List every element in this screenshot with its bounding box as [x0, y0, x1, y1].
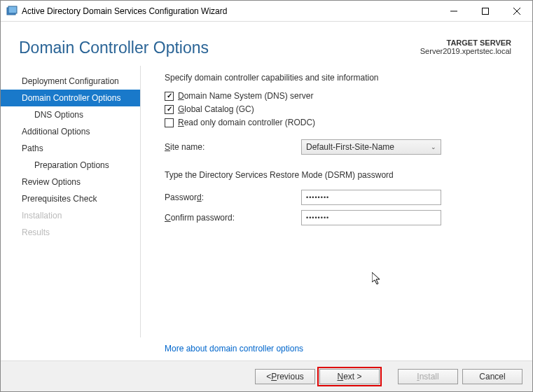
gc-checkbox[interactable] [165, 105, 174, 114]
password-row: Password: •••••••• [165, 190, 518, 205]
window-controls [438, 1, 532, 21]
target-server-value: Server2019.xpertstec.local [420, 47, 511, 55]
sidebar-item-preparation-options[interactable]: Preparation Options [1, 157, 140, 174]
dsrm-heading: Type the Directory Services Restore Mode… [165, 170, 518, 180]
title-bar: Active Directory Domain Services Configu… [1, 1, 532, 22]
sidebar-item-dns-options[interactable]: DNS Options [1, 106, 140, 123]
password-label: Password: [165, 192, 301, 202]
confirm-password-label: Confirm password: [165, 213, 301, 223]
sidebar-item-paths[interactable]: Paths [1, 140, 140, 157]
svg-rect-1 [8, 6, 17, 13]
sidebar-item-review-options[interactable]: Review Options [1, 174, 140, 190]
rodc-checkbox-label: Read only domain controller (RODC) [178, 118, 315, 127]
site-name-label: Site name: [165, 142, 301, 152]
sidebar-item-prerequisites-check[interactable]: Prerequisites Check [1, 190, 140, 207]
sidebar-item-deployment-configuration[interactable]: Deployment Configuration [1, 73, 140, 90]
site-name-select[interactable]: Default-First-Site-Name ⌄ [301, 139, 441, 155]
site-name-row: Site name: Default-First-Site-Name ⌄ [165, 139, 518, 155]
header: Domain Controller Options TARGET SERVER … [1, 22, 532, 66]
dns-checkbox-label: Domain Name System (DNS) server [178, 91, 313, 101]
password-input[interactable]: •••••••• [301, 190, 441, 205]
cancel-button[interactable]: Cancel [462, 369, 522, 384]
rodc-checkbox-row[interactable]: Read only domain controller (RODC) [165, 118, 518, 127]
content-panel: Specify domain controller capabilities a… [141, 66, 532, 337]
bottom-bar: < Previous Next > Install Cancel [1, 360, 532, 391]
target-server-block: TARGET SERVER Server2019.xpertstec.local [420, 38, 511, 55]
svg-rect-3 [482, 8, 488, 14]
capabilities-heading: Specify domain controller capabilities a… [165, 73, 518, 83]
maximize-button[interactable] [469, 1, 501, 21]
dns-checkbox-row[interactable]: Domain Name System (DNS) server [165, 91, 518, 101]
target-server-label: TARGET SERVER [420, 38, 511, 47]
sidebar-item-results: Results [1, 224, 140, 241]
confirm-password-input[interactable]: •••••••• [301, 210, 441, 225]
next-button[interactable]: Next > [319, 369, 380, 384]
app-icon [6, 6, 18, 17]
previous-button[interactable]: < Previous [255, 369, 315, 384]
dns-checkbox[interactable] [165, 92, 174, 101]
close-button[interactable] [501, 1, 532, 21]
sidebar-item-installation: Installation [1, 207, 140, 224]
sidebar-item-additional-options[interactable]: Additional Options [1, 123, 140, 140]
install-button: Install [398, 369, 458, 384]
minimize-button[interactable] [438, 1, 469, 21]
sidebar: Deployment ConfigurationDomain Controlle… [1, 66, 141, 337]
gc-checkbox-label: Global Catalog (GC) [178, 104, 254, 114]
sidebar-item-domain-controller-options[interactable]: Domain Controller Options [1, 90, 140, 106]
chevron-down-icon: ⌄ [431, 144, 436, 150]
main-content: Deployment ConfigurationDomain Controlle… [1, 66, 532, 337]
window-title: Active Directory Domain Services Configu… [22, 6, 438, 16]
more-about-link[interactable]: More about domain controller options [165, 344, 303, 354]
site-name-value: Default-First-Site-Name [306, 142, 394, 152]
gc-checkbox-row[interactable]: Global Catalog (GC) [165, 104, 518, 114]
confirm-password-row: Confirm password: •••••••• [165, 210, 518, 225]
rodc-checkbox[interactable] [165, 118, 174, 127]
page-title: Domain Controller Options [19, 38, 209, 57]
